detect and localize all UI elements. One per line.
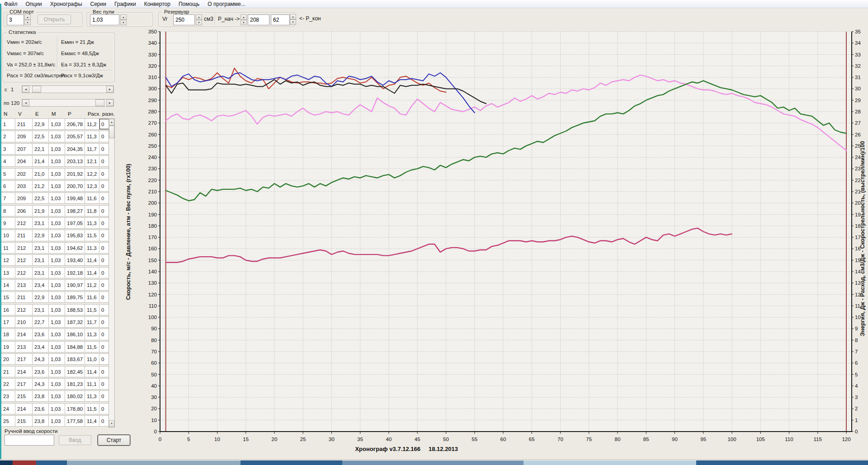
table-cell: 11,6 [85,291,99,303]
spin-up-icon[interactable]: ▲ [241,14,247,20]
table-row[interactable]: 1721022,71,03187,3211,70 [1,316,109,328]
table-cell: 193,40 [65,254,85,266]
range-from-scrollbar[interactable]: ◄ ► [22,85,114,93]
table-row[interactable]: 2521523,81,03177,5811,40 [1,415,109,427]
table-row[interactable]: 820621,91,03198,2711,80 [1,205,109,216]
table-row[interactable]: 1621223,11,03188,5311,50 [1,304,109,315]
spin-down-icon[interactable]: ▼ [290,19,296,25]
menu-item[interactable]: Помощь [175,0,203,8]
menu-item[interactable]: Графики [110,0,140,8]
reservoir-volume-spinner[interactable]: ▲ ▼ [196,14,202,25]
scrollbar-thumb[interactable] [32,86,41,93]
table-row[interactable]: 620321,21,03200,7012,30 [1,180,109,192]
table-row[interactable]: 2221724,31,03181,2311,10 [1,378,109,390]
table-row[interactable]: 1521122,91,03189,7511,60 [1,291,109,303]
taskbar-button[interactable] [67,460,241,465]
p-end-input[interactable] [271,14,290,25]
table-row[interactable]: 220922,51,03205,5711,30 [1,131,109,142]
com-port-input[interactable] [7,14,24,25]
taskbar-button[interactable] [524,460,696,465]
table-cell: 11,3 [85,329,99,340]
com-port-spinner[interactable]: ▲ ▼ [24,14,31,25]
range-to-scrollbar[interactable]: ◄ ► [22,99,114,107]
table-row[interactable]: 1821423,61,03186,1011,30 [1,329,109,340]
table-cell: 7 [1,193,15,204]
scrollbar-track[interactable] [29,86,106,93]
shot-table-scrollbar[interactable]: ▲ ▼ [108,118,115,427]
table-row[interactable]: 720922,51,03199,4811,60 [1,193,109,204]
table-row[interactable]: 921223,11,03197,0511,30 [1,217,109,229]
menu-item[interactable]: Опции [22,0,46,8]
table-row[interactable]: 1021122,91,03195,8311,50 [1,230,109,241]
table-cell: 1,03 [48,267,65,278]
scroll-left-icon[interactable]: ◄ [22,86,29,93]
bullet-weight-input[interactable] [90,14,119,25]
menu-item[interactable]: О программе... [203,0,249,8]
scroll-down-icon[interactable]: ▼ [109,420,114,427]
table-row[interactable]: 2321523,81,03180,0211,30 [1,390,109,402]
table-cell: 1,03 [48,155,65,167]
table-cell: 14 [1,279,15,291]
spin-up-icon[interactable]: ▲ [290,14,296,19]
bullet-weight-spinner[interactable]: ▲ ▼ [120,14,127,25]
spin-down-icon[interactable]: ▼ [241,20,247,25]
stat-value: Eмин = 21 Дж [61,39,106,45]
left-axis-tick-label: 80 [151,338,157,343]
scroll-up-icon[interactable]: ▲ [109,119,114,126]
scrollbar-thumb[interactable] [95,99,104,106]
table-row[interactable]: 520221,01,03201,9212,20 [1,168,109,179]
left-axis-tick-label: 0 [154,429,157,434]
spin-down-icon[interactable]: ▼ [24,20,31,25]
table-row[interactable]: 1421323,41,03190,9711,20 [1,279,109,291]
p-start-spinner[interactable]: ▲ ▼ [241,14,247,25]
table-row[interactable]: 2121423,61,03182,4511,40 [1,366,109,377]
menu-item[interactable]: Конвертор [140,0,175,8]
table-cell: 11,5 [85,403,99,414]
p-end-spinner[interactable]: ▲ ▼ [290,14,296,25]
x-axis-tick-label: 80 [615,437,621,442]
p-start-input[interactable] [248,14,269,25]
table-cell: 10 [1,230,15,241]
table-row[interactable]: 1921323,41,03184,8811,50 [1,341,109,352]
table-row[interactable]: 1221223,11,03193,4011,40 [1,254,109,266]
left-axis-tick-label: 200 [148,200,157,206]
reservoir-volume-input[interactable] [173,14,195,25]
open-port-button[interactable]: Открыть [38,14,71,24]
left-axis-tick-label: 120 [148,292,157,297]
table-cell: 183,67 [65,353,85,365]
table-row[interactable]: 1121223,11,03194,6211,30 [1,242,109,254]
table-cell: 204,35 [65,143,85,155]
table-row[interactable]: 420421,41,03203,1312,10 [1,155,109,167]
spin-down-icon[interactable]: ▼ [196,20,202,25]
table-row[interactable]: 1321223,11,03192,1811,40 [1,267,109,278]
table-row[interactable]: 2021724,31,03183,6711,00 [1,353,109,365]
spin-up-icon[interactable]: ▲ [24,14,31,20]
enter-button[interactable]: Ввод [59,435,91,445]
scroll-right-icon[interactable]: ► [106,99,113,106]
table-row[interactable]: 320722,11,03204,3511,70 [1,143,109,155]
taskbar-button[interactable] [342,460,524,465]
menu-item[interactable]: Серии [86,0,110,8]
right-axis-tick-label: 6 [855,360,858,366]
menu-item[interactable]: Хронографы [46,0,86,8]
scrollbar-track[interactable] [29,99,106,106]
spin-down-icon[interactable]: ▼ [120,20,127,25]
spin-up-icon[interactable]: ▲ [196,14,202,20]
spin-up-icon[interactable]: ▲ [120,14,127,20]
scroll-right-icon[interactable]: ► [106,86,113,93]
scroll-left-icon[interactable]: ◄ [22,99,29,106]
table-cell: 22 [1,378,15,390]
start-button-fragment[interactable] [13,460,36,465]
manual-entry-label: Ручной ввод скорости [5,428,57,434]
com-port-group-label: COM порт [8,9,36,14]
taskbar-start-area[interactable] [0,460,13,465]
table-row[interactable]: 121122,91,03206,7811,20 [1,118,109,130]
table-cell: 0 [99,341,109,352]
table-row[interactable]: 2421423,61,03178,8011,50 [1,403,109,414]
right-axis-tick-label: 30 [855,86,861,91]
scrollbar-thumb[interactable] [109,126,114,138]
manual-speed-input[interactable] [5,435,54,446]
table-cell: 11,1 [85,378,99,390]
bullet-weight-group: Вес пули ▲ ▼ [87,12,153,27]
menu-item[interactable]: Файл [0,0,22,8]
